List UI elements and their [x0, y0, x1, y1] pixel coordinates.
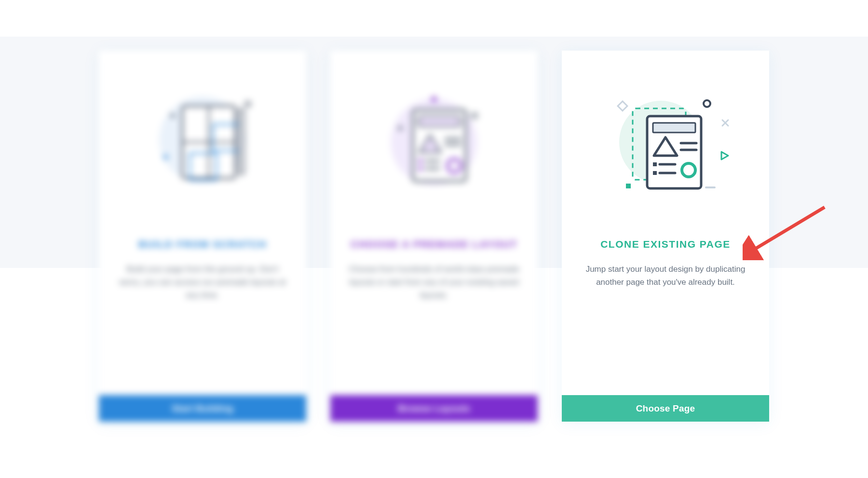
layout-option-cards: BUILD FROM SCRATCH Build your page from … — [0, 51, 868, 422]
card-title: BUILD FROM SCRATCH — [138, 239, 267, 250]
svg-rect-16 — [419, 159, 422, 163]
card-build-from-scratch[interactable]: BUILD FROM SCRATCH Build your page from … — [99, 51, 306, 422]
svg-rect-41 — [626, 184, 631, 188]
svg-point-7 — [171, 114, 175, 118]
browse-layouts-button[interactable]: Browse Layouts — [330, 395, 538, 422]
card-description: Build your page from the ground up. Don'… — [99, 263, 306, 302]
svg-rect-27 — [653, 123, 695, 133]
svg-marker-21 — [430, 95, 438, 101]
build-scratch-illustration — [99, 60, 306, 219]
svg-rect-6 — [239, 109, 244, 174]
svg-rect-36 — [618, 101, 627, 111]
svg-rect-12 — [419, 117, 460, 126]
svg-point-37 — [704, 100, 710, 107]
svg-point-9 — [245, 102, 250, 106]
card-title: CLONE EXISTING PAGE — [600, 239, 731, 250]
card-description: Choose from hundreds of world-class prem… — [330, 263, 538, 302]
choose-page-button[interactable]: Choose Page — [562, 395, 769, 422]
card-premade-layout[interactable]: CHOOSE A PREMADE LAYOUT Choose from hund… — [330, 51, 538, 422]
svg-rect-33 — [653, 171, 657, 175]
svg-rect-31 — [653, 162, 657, 166]
clone-page-illustration — [562, 60, 769, 219]
svg-marker-40 — [721, 152, 728, 159]
premade-layout-illustration — [330, 60, 538, 219]
start-building-button[interactable]: Start Building — [99, 395, 306, 422]
svg-point-23 — [472, 113, 477, 118]
svg-rect-18 — [419, 167, 422, 171]
card-clone-existing-page[interactable]: CLONE EXISTING PAGE Jump start your layo… — [562, 51, 769, 422]
svg-point-22 — [398, 126, 402, 130]
card-description: Jump start your layout design by duplica… — [562, 263, 769, 289]
card-title: CHOOSE A PREMADE LAYOUT — [351, 239, 517, 250]
